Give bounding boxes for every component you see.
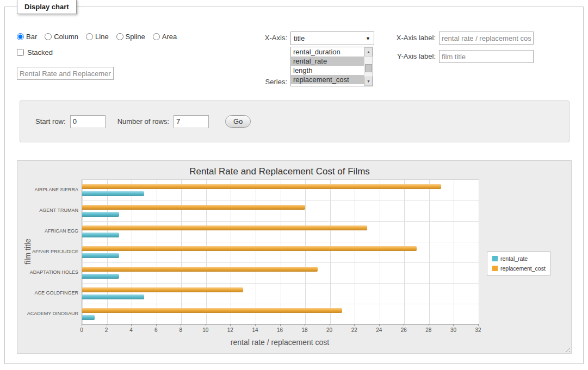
chart-type-radio[interactable] [153, 33, 160, 40]
scrollbar-thumb[interactable] [365, 64, 372, 72]
tick-mark [82, 324, 82, 326]
x-axis-ticks: 02468101214161820222426283032 [82, 324, 478, 336]
bar-replacement_cost[interactable] [82, 184, 441, 189]
chart-type-spline[interactable]: Spline [116, 33, 145, 41]
gridline-horizontal [82, 262, 479, 263]
chevron-down-icon: ▼ [366, 36, 374, 41]
bar-rental_rate[interactable] [82, 294, 144, 299]
x-axis-title: rental rate / replacement cost [82, 338, 478, 347]
gridline-vertical [82, 180, 83, 324]
x-tick-label: 10 [202, 327, 208, 333]
number-of-rows-label: Number of rows: [117, 117, 169, 126]
chart-type-radio[interactable] [116, 33, 123, 40]
series-listbox[interactable]: rental_durationrental_ratelengthreplacem… [290, 47, 373, 86]
chart-type-area[interactable]: Area [153, 33, 177, 41]
gridline-vertical [330, 180, 331, 324]
chart-title-input[interactable] [17, 67, 114, 80]
x-tick-label: 4 [129, 327, 133, 333]
tick-mark [255, 324, 256, 326]
x-axis-label-input[interactable] [439, 32, 534, 45]
chart-type-line[interactable]: Line [86, 33, 109, 41]
gridline-vertical [355, 180, 355, 324]
legend-item[interactable]: replacement_cost [492, 265, 546, 272]
series-option[interactable]: replacement_cost [291, 75, 364, 84]
x-tick-label: 12 [227, 327, 233, 333]
bar-replacement_cost[interactable] [82, 287, 243, 292]
gridline-horizontal [82, 283, 479, 284]
x-tick-label: 16 [277, 327, 283, 333]
y-axis-label-input[interactable] [439, 50, 534, 63]
bar-replacement_cost[interactable] [82, 225, 367, 230]
bar-rental_rate[interactable] [82, 191, 144, 196]
chart-type-radio[interactable] [17, 33, 24, 40]
chart-type-radio[interactable] [86, 33, 93, 40]
y-category-label: AGENT TRUMAN [39, 208, 78, 213]
series-option[interactable]: rental_rate [291, 57, 364, 66]
series-label: Series: [255, 78, 287, 86]
tick-mark [230, 324, 231, 326]
tick-mark [305, 324, 305, 326]
gridline-vertical [454, 180, 454, 324]
x-tick-label: 32 [475, 327, 481, 333]
stacked-checkbox[interactable] [17, 49, 24, 56]
gridline-vertical [305, 180, 306, 324]
tick-mark [354, 324, 355, 326]
number-of-rows-input[interactable] [174, 115, 209, 128]
gridline-vertical [429, 180, 430, 324]
scroll-down-icon[interactable]: ▼ [364, 77, 373, 86]
series-scrollbar[interactable]: ▲ ▼ [364, 47, 373, 86]
bar-rental_rate[interactable] [82, 212, 119, 217]
bar-replacement_cost[interactable] [82, 246, 417, 251]
x-tick-label: 20 [326, 327, 332, 333]
scrollbar-track[interactable] [364, 57, 373, 77]
chart-type-label: Bar [26, 33, 37, 41]
chart-type-label: Line [95, 33, 109, 41]
legend-label: rental_rate [500, 255, 528, 262]
gridline-vertical [231, 180, 231, 324]
y-category-label: ACADEMY DINOSAUR [27, 311, 78, 316]
chart-type-radio[interactable] [45, 33, 52, 40]
chart-type-column[interactable]: Column [45, 33, 78, 41]
display-chart-fieldset: Display chart Bar Column Line Spline Are… [4, 7, 584, 364]
bar-replacement_cost[interactable] [82, 308, 342, 313]
chart-title: Rental Rate and Replacement Cost of Film… [17, 166, 542, 177]
legend-swatch [492, 256, 498, 261]
gridline-vertical [181, 180, 182, 324]
scroll-up-icon[interactable]: ▲ [364, 47, 373, 57]
bar-rental_rate[interactable] [82, 274, 119, 279]
gridline-horizontal [82, 242, 479, 242]
gridline-horizontal [82, 221, 479, 222]
tick-mark [330, 324, 330, 326]
fieldset-legend: Display chart [17, 0, 77, 14]
chart-type-label: Area [162, 33, 177, 41]
tick-mark [107, 324, 107, 326]
x-tick-label: 28 [425, 327, 431, 333]
chart-type-radios: Bar Column Line Spline Area [17, 31, 177, 42]
go-button[interactable]: Go [225, 115, 251, 128]
x-axis-select[interactable]: title ▼ [290, 32, 374, 45]
resize-handle-icon[interactable] [564, 346, 570, 352]
chart-type-bar[interactable]: Bar [17, 33, 37, 41]
gridline-vertical [256, 180, 256, 324]
bar-replacement_cost[interactable] [82, 267, 318, 272]
start-row-input[interactable] [70, 115, 106, 128]
series-option[interactable]: length [291, 66, 364, 75]
tick-mark [478, 324, 479, 326]
bar-rental_rate[interactable] [82, 233, 119, 237]
row-controls-panel: Start row: Number of rows: Go [20, 101, 570, 142]
gridline-vertical [132, 180, 132, 324]
page: Display chart Bar Column Line Spline Are… [0, 0, 588, 370]
bar-rental_rate[interactable] [82, 253, 119, 258]
series-option[interactable]: rental_duration [291, 47, 364, 57]
stacked-checkbox-row[interactable]: Stacked [17, 48, 53, 57]
x-axis-select-label: X-Axis: [260, 34, 287, 42]
tick-mark [379, 324, 380, 326]
tick-mark [181, 324, 181, 326]
tick-mark [429, 324, 429, 326]
chart-panel: Rental Rate and Replacement Cost of Film… [17, 160, 572, 354]
bar-rental_rate[interactable] [82, 315, 95, 320]
bar-replacement_cost[interactable] [82, 205, 305, 210]
gridline-vertical [206, 180, 207, 324]
gridline-vertical [380, 180, 380, 324]
legend-item[interactable]: rental_rate [492, 255, 546, 262]
